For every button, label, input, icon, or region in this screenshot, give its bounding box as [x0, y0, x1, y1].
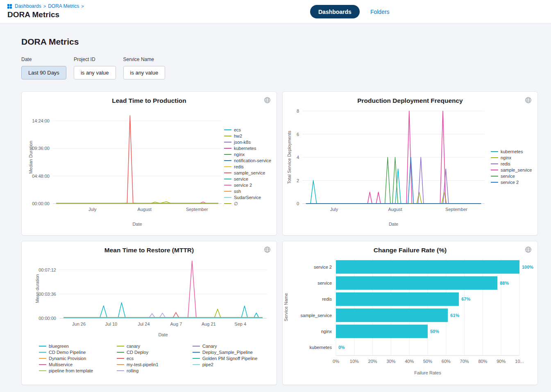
x-tick-label: 70%: [460, 359, 469, 364]
value-label: 88%: [500, 281, 509, 286]
legend-item-deploy_sample_pipeline[interactable]: Deploy_Sample_Pipeline: [193, 350, 270, 355]
filter-project-id: Project ID is any value: [74, 57, 116, 79]
x-tick-label: 10...: [515, 359, 524, 364]
legend-item-nginx[interactable]: nginx: [224, 152, 277, 157]
filter-service-name: Service Name is any value: [123, 57, 166, 79]
legend-item-bluegreen[interactable]: bluegreen: [39, 344, 117, 349]
mttr-line-chart: 00:00:0000:03:3600:07:12Jun 26Jul 10Jul …: [34, 255, 272, 339]
legend-label: service: [234, 177, 248, 181]
legend-swatch: [193, 364, 200, 365]
legend-item-json-k8s[interactable]: json-k8s: [224, 140, 277, 145]
legend-item-canary[interactable]: Canary: [193, 344, 270, 349]
breadcrumb: Dashboards > DORA Metrics >: [7, 3, 551, 9]
legend-swatch: [224, 179, 231, 179]
y-tick-label: 00:03:36: [39, 292, 56, 297]
legend-swatch: [224, 129, 231, 130]
x-tick-label: August: [388, 207, 402, 212]
legend-item-notification-service[interactable]: notification-service: [224, 158, 277, 163]
filter-project-id-label: Project ID: [74, 57, 116, 62]
legend-item-service-2[interactable]: service 2: [224, 183, 277, 188]
value-label: 50%: [430, 329, 439, 334]
legend-label: redis: [234, 164, 244, 169]
legend-label: SudarService: [234, 195, 261, 200]
legend-item-pipe2[interactable]: pipe2: [193, 362, 270, 367]
card-lead-time-to-production: Lead Time to Production 00:00:0004:48:00…: [21, 91, 277, 236]
legend-item-nginx[interactable]: nginx: [491, 155, 537, 160]
category-label: service 2: [314, 265, 332, 270]
deployment-frequency-line-chart: 02468JulyAugustSeptemberTotal Service De…: [286, 105, 491, 228]
legend-item-sudarservice[interactable]: SudarService: [224, 195, 277, 200]
globe-icon[interactable]: [263, 96, 272, 106]
legend-label: pipe2: [202, 362, 213, 367]
globe-icon[interactable]: [524, 245, 533, 255]
tab-dashboards[interactable]: Dashboards: [310, 5, 360, 18]
category-label: kubernetes: [310, 345, 332, 350]
x-tick-label: September: [445, 207, 467, 212]
dashboards-grid-icon[interactable]: [7, 4, 12, 9]
bar-nginx[interactable]: [336, 325, 428, 338]
legend-swatch: [193, 352, 200, 353]
y-tick-label: 00:00:00: [32, 201, 50, 206]
breadcrumb-dora-metrics-link[interactable]: DORA Metrics: [48, 3, 79, 9]
filter-date-value[interactable]: Last 90 Days: [21, 66, 66, 79]
legend-item-cd-demo-pipeline[interactable]: CD Demo Pipeline: [39, 350, 117, 355]
legend-item-sample_service[interactable]: sample_service: [491, 168, 537, 172]
legend-swatch: [491, 151, 498, 152]
legend-item-service[interactable]: service: [224, 177, 277, 181]
filter-service-name-value[interactable]: is any value: [123, 66, 166, 79]
legend-item-ssh[interactable]: ssh: [224, 189, 277, 194]
legend-item-service[interactable]: service: [491, 174, 537, 179]
legend-item-ecs[interactable]: ecs: [224, 127, 277, 132]
x-tick-label: July: [88, 207, 97, 212]
legend-item-redis[interactable]: redis: [491, 161, 537, 166]
legend-swatch: [491, 170, 498, 170]
legend-item-kubernetes[interactable]: kubernetes: [224, 146, 277, 151]
legend-item-multiservice[interactable]: Multiservice: [39, 362, 117, 367]
header-tabs: Dashboards Folders: [310, 5, 390, 18]
breadcrumb-separator: >: [81, 4, 84, 9]
x-tick-label: 40%: [405, 359, 414, 364]
legend-item-ecs[interactable]: ecs: [117, 356, 193, 361]
bar-service[interactable]: [336, 276, 497, 290]
series-bluegreen: [63, 303, 263, 318]
legend-swatch: [117, 364, 124, 365]
legend-item-rolling[interactable]: rolling: [117, 368, 193, 373]
legend-swatch: [39, 364, 46, 365]
legend-item-service-2[interactable]: service 2: [491, 180, 537, 185]
filter-project-id-value[interactable]: is any value: [74, 66, 116, 79]
value-label: 100%: [522, 265, 533, 270]
legend-column: bluegreenCD Demo PipelineDynamic Provisi…: [39, 344, 117, 373]
y-tick-label: 04:48:00: [32, 174, 50, 179]
legend-label: my-test-pipelin1: [127, 362, 159, 367]
dashboard-main: DORA Metrics Date Last 90 Days Project I…: [0, 23, 551, 392]
legend-label: ∅: [234, 201, 238, 206]
globe-icon[interactable]: [524, 96, 533, 106]
window-title: DORA Metrics: [7, 10, 551, 19]
tab-folders[interactable]: Folders: [370, 9, 390, 15]
legend-item-cd-deploy[interactable]: CD Deploy: [117, 350, 193, 355]
legend-item-sample_service[interactable]: sample_service: [224, 170, 277, 175]
breadcrumb-dashboards-link[interactable]: Dashboards: [15, 3, 41, 9]
value-label: 0%: [338, 345, 345, 350]
deployment-frequency-legend: kubernetesnginxredissample_serviceservic…: [491, 149, 537, 185]
legend-item-my-test-pipelin1[interactable]: my-test-pipelin1: [117, 362, 193, 367]
legend-item-pipeline-from-template[interactable]: pipeline from template: [39, 368, 117, 373]
legend-item-∅[interactable]: ∅: [224, 201, 277, 206]
y-tick-label: 4: [297, 155, 299, 160]
legend-item-kubernetes[interactable]: kubernetes: [491, 149, 537, 154]
legend-item-redis[interactable]: redis: [224, 164, 277, 169]
bar-sample_service[interactable]: [336, 308, 448, 322]
category-label: service: [317, 281, 332, 286]
legend-item-dynamic-provision[interactable]: Dynamic Provision: [39, 356, 117, 361]
legend-item-golden-pm-signoff-pipeline[interactable]: Golden PM Signoff Pipeline: [193, 356, 270, 361]
legend-label: canary: [127, 344, 140, 349]
x-tick-label: 30%: [386, 359, 395, 364]
bar-service 2[interactable]: [336, 260, 519, 274]
globe-icon[interactable]: [263, 245, 272, 255]
legend-item-canary[interactable]: canary: [117, 344, 193, 349]
legend-item-hw2[interactable]: hw2: [224, 134, 277, 138]
bar-redis[interactable]: [336, 292, 459, 306]
legend-label: hw2: [234, 134, 242, 138]
legend-label: pipeline from template: [49, 368, 93, 373]
x-tick-label: 80%: [478, 359, 487, 364]
